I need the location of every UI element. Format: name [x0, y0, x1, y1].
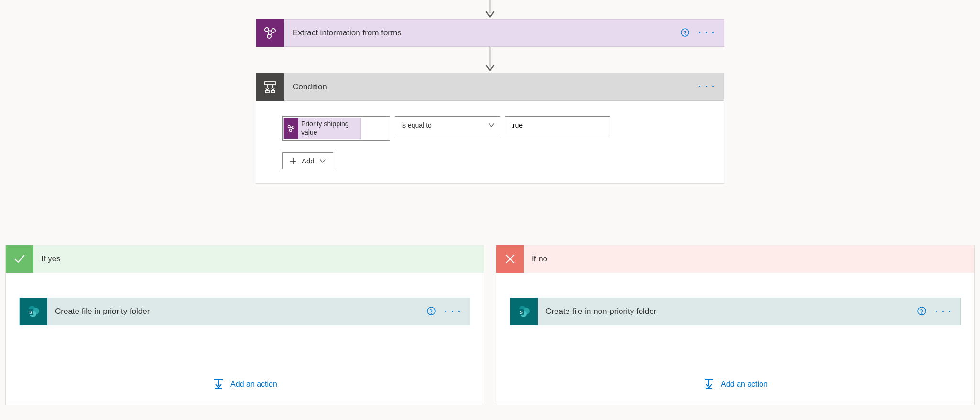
help-icon[interactable] — [680, 28, 690, 39]
add-action-icon — [703, 378, 715, 390]
action-title: Create file in priority folder — [47, 307, 426, 316]
svg-point-41 — [921, 313, 922, 314]
svg-point-8 — [685, 34, 686, 35]
more-menu-icon[interactable]: · · · — [445, 307, 461, 317]
add-action-icon — [212, 378, 225, 390]
svg-rect-13 — [265, 90, 269, 93]
svg-text:S: S — [29, 310, 32, 315]
if-no-title: If no — [524, 254, 547, 264]
svg-line-19 — [290, 127, 290, 129]
operator-value: is equal to — [401, 121, 432, 129]
help-icon[interactable] — [426, 306, 436, 317]
svg-line-20 — [292, 128, 293, 129]
more-menu-icon[interactable]: · · · — [698, 82, 715, 92]
add-action-label: Add an action — [230, 380, 277, 388]
ai-builder-icon — [284, 118, 298, 139]
arrow-down-icon — [484, 0, 496, 19]
svg-point-17 — [289, 129, 292, 131]
help-icon[interactable] — [917, 306, 926, 317]
condition-left-operand[interactable]: Priority shipping value — [282, 116, 390, 141]
chevron-down-icon — [319, 158, 326, 164]
ai-builder-icon — [256, 19, 284, 47]
condition-icon — [256, 73, 284, 101]
sharepoint-icon: S — [20, 298, 47, 325]
plus-icon — [289, 157, 297, 165]
token-label: Priority shipping value — [298, 118, 360, 139]
svg-line-6 — [271, 32, 272, 35]
svg-line-18 — [290, 127, 293, 128]
svg-line-5 — [268, 31, 269, 34]
svg-text:S: S — [520, 310, 523, 315]
extract-step-title: Extract information from forms — [284, 28, 680, 38]
more-menu-icon[interactable]: · · · — [698, 28, 715, 38]
dynamic-content-token[interactable]: Priority shipping value — [283, 118, 361, 139]
if-no-header[interactable]: If no — [496, 245, 974, 273]
add-button-label: Add — [302, 157, 315, 165]
checkmark-icon — [6, 245, 33, 273]
if-yes-header[interactable]: If yes — [6, 245, 484, 273]
action-title: Create file in non-priority folder — [538, 307, 917, 316]
add-action-label: Add an action — [721, 380, 768, 388]
add-condition-button[interactable]: Add — [282, 152, 333, 169]
sharepoint-icon: S — [510, 298, 538, 325]
extract-information-step[interactable]: Extract information from forms · · · — [256, 19, 724, 47]
if-no-branch: If no S Create file in non-priority fold… — [496, 245, 975, 405]
condition-operator-select[interactable]: is equal to — [395, 116, 500, 134]
create-file-nonpriority-action[interactable]: S Create file in non-priority folder · ·… — [510, 298, 961, 325]
svg-rect-14 — [271, 90, 275, 93]
svg-point-29 — [431, 313, 432, 314]
create-file-priority-action[interactable]: S Create file in priority folder · · · — [19, 298, 470, 325]
if-yes-branch: If yes S Create file in priority folder — [5, 245, 484, 405]
svg-line-4 — [268, 31, 272, 31]
svg-rect-10 — [265, 82, 275, 85]
more-menu-icon[interactable]: · · · — [935, 307, 952, 317]
condition-header[interactable]: Condition · · · — [256, 73, 724, 101]
if-yes-title: If yes — [33, 254, 61, 264]
arrow-down-icon — [484, 47, 496, 73]
x-icon — [496, 245, 524, 273]
condition-step: Condition · · · — [256, 73, 724, 184]
condition-value-input[interactable] — [505, 116, 610, 134]
condition-title: Condition — [284, 82, 698, 92]
chevron-down-icon — [488, 122, 495, 129]
svg-point-3 — [267, 34, 271, 38]
add-action-button[interactable]: Add an action — [212, 378, 277, 390]
add-action-button[interactable]: Add an action — [703, 378, 768, 390]
